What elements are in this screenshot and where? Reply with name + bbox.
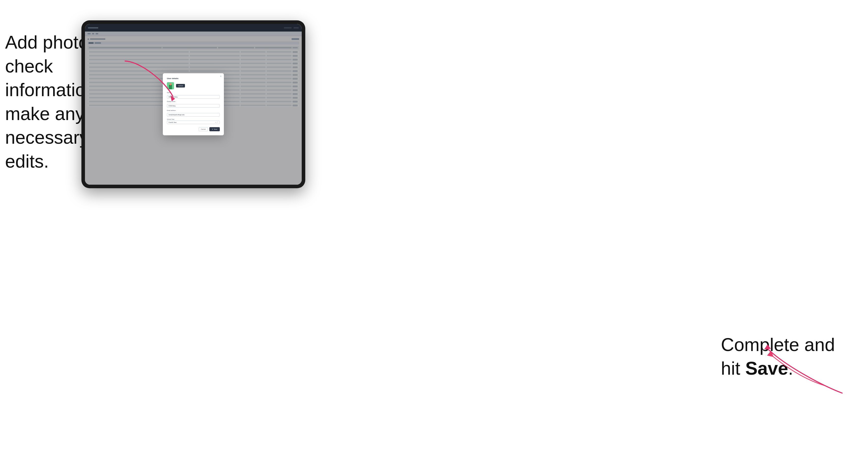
chevron-icon: ⌃	[217, 122, 218, 123]
name-field-group: Name	[167, 92, 220, 99]
name-input[interactable]	[167, 95, 220, 99]
photo-section: Upload	[167, 82, 220, 89]
school-year-value: Fourth Year	[169, 122, 177, 123]
close-button[interactable]: ×	[220, 75, 221, 77]
upload-button[interactable]: Upload	[176, 84, 185, 88]
email-label: Email address	[167, 110, 220, 111]
clear-icon[interactable]: ×	[215, 122, 216, 123]
tablet-screen: User details × Upload Name Display name	[85, 24, 302, 185]
dialog-actions: Cancel ⬆ Save	[167, 127, 220, 131]
school-year-label: School Year	[167, 119, 220, 120]
annotation-right: Complete and hit Save.	[721, 333, 835, 380]
save-button[interactable]: ⬆ Save	[209, 127, 220, 131]
school-year-select[interactable]: Fourth Year × ⌃	[167, 121, 220, 124]
user-details-dialog: User details × Upload Name Display name	[163, 73, 224, 135]
save-icon: ⬆	[212, 128, 213, 130]
display-name-input[interactable]	[167, 104, 220, 107]
modal-overlay: User details × Upload Name Display name	[85, 24, 302, 185]
display-name-field-group: Display name	[167, 101, 220, 107]
tablet-frame: User details × Upload Name Display name	[82, 20, 305, 188]
select-controls: × ⌃	[215, 122, 218, 123]
name-label: Name	[167, 92, 220, 93]
display-name-label: Display name	[167, 101, 220, 102]
email-field-group: Email address	[167, 110, 220, 117]
cancel-button[interactable]: Cancel	[199, 127, 208, 131]
school-year-field-group: School Year Fourth Year × ⌃	[167, 119, 220, 124]
dialog-title: User details	[167, 77, 220, 80]
photo-thumbnail	[167, 82, 174, 89]
email-input[interactable]	[167, 113, 220, 117]
